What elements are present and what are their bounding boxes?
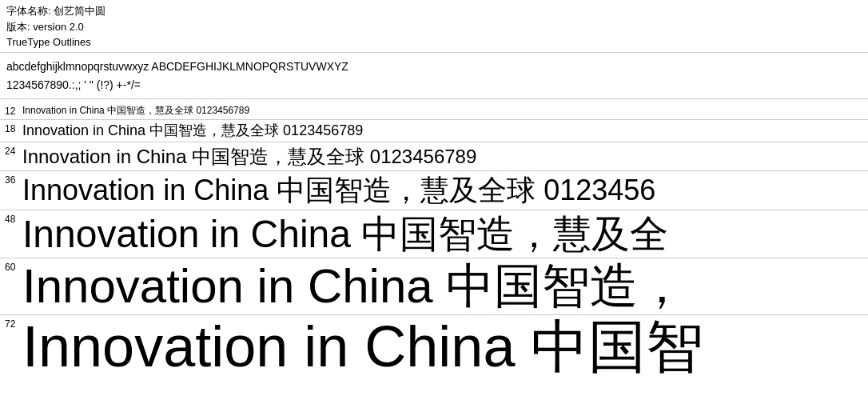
size-label-24: 24 xyxy=(0,144,22,157)
sample-text-60: Innovation in China 中国智造， xyxy=(22,260,686,313)
size-label-48: 48 xyxy=(0,212,22,225)
sample-text-72: Innovation in China 中国智 xyxy=(22,317,703,378)
type-line: TrueType Outlines xyxy=(6,34,862,50)
size-label-18: 18 xyxy=(0,122,22,134)
size-label-60: 60 xyxy=(0,260,22,273)
sample-row-12: 12Innovation in China 中国智造，慧及全球 01234567… xyxy=(0,102,868,119)
size-label-36: 36 xyxy=(0,173,22,186)
font-name-value: 创艺简中圆 xyxy=(54,5,106,17)
alphabet-section: abcdefghijklmnopqrstuvwxyz ABCDEFGHIJKLM… xyxy=(0,53,868,100)
size-label-72: 72 xyxy=(0,317,22,330)
sample-row-48: 48Innovation in China 中国智造，慧及全 xyxy=(0,210,868,258)
alphabet-line2: 1234567890.:,; ' " (!?) +-*/= xyxy=(6,76,862,95)
sample-row-36: 36Innovation in China 中国智造，慧及全球 0123456 xyxy=(0,171,868,209)
sample-row-72: 72Innovation in China 中国智 xyxy=(0,315,868,379)
sample-row-60: 60Innovation in China 中国智造， xyxy=(0,258,868,314)
font-info-section: 字体名称: 创艺简中圆 版本: version 2.0 TrueType Out… xyxy=(0,0,868,53)
font-name-label: 字体名称: xyxy=(6,5,51,17)
sample-text-24: Innovation in China 中国智造，慧及全球 0123456789 xyxy=(22,144,476,169)
alphabet-line1: abcdefghijklmnopqrstuvwxyz ABCDEFGHIJKLM… xyxy=(6,58,862,77)
version-line: 版本: version 2.0 xyxy=(6,19,862,35)
version-value: version 2.0 xyxy=(33,21,84,33)
version-label: 版本: xyxy=(6,21,30,33)
sample-text-18: Innovation in China 中国智造，慧及全球 0123456789 xyxy=(22,122,363,140)
sample-text-12: Innovation in China 中国智造，慧及全球 0123456789 xyxy=(22,104,249,118)
font-samples-section: 12Innovation in China 中国智造，慧及全球 01234567… xyxy=(0,99,868,378)
sample-row-24: 24Innovation in China 中国智造，慧及全球 01234567… xyxy=(0,142,868,170)
font-name-line: 字体名称: 创艺简中圆 xyxy=(6,3,862,19)
sample-row-18: 18Innovation in China 中国智造，慧及全球 01234567… xyxy=(0,120,868,142)
sample-text-36: Innovation in China 中国智造，慧及全球 0123456 xyxy=(22,173,655,207)
sample-text-48: Innovation in China 中国智造，慧及全 xyxy=(22,212,668,256)
size-label-12: 12 xyxy=(0,104,22,117)
